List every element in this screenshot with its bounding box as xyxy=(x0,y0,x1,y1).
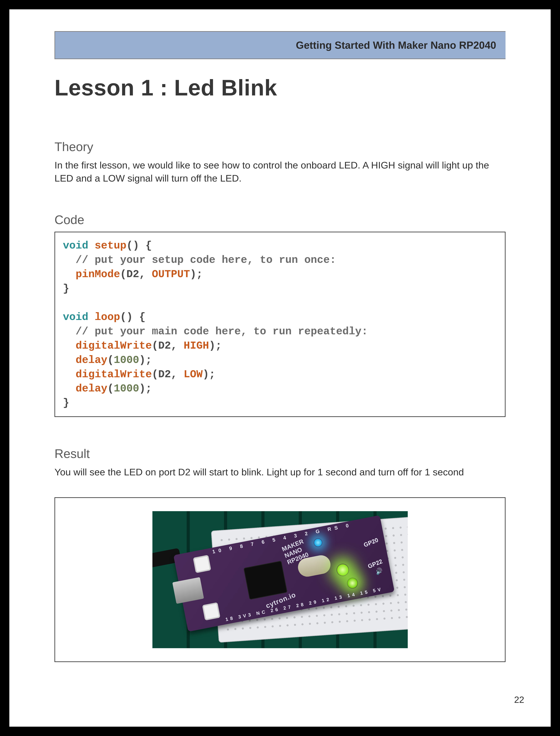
code-heading: Code xyxy=(54,213,506,227)
gp20-label: GP20 xyxy=(363,537,379,548)
code-punct: ( xyxy=(152,340,158,352)
code-punct: , xyxy=(171,368,184,380)
result-text: You will see the LED on port D2 will sta… xyxy=(54,466,506,479)
code-punct: ( xyxy=(120,268,126,280)
reset-button-icon xyxy=(193,555,211,573)
code-comment: // put your setup code here, to run once… xyxy=(63,254,336,266)
code-const: HIGH xyxy=(184,340,209,352)
code-punct: ); xyxy=(190,268,203,280)
code-punct: , xyxy=(171,340,184,352)
code-punct: ( xyxy=(152,368,158,380)
status-led-icon xyxy=(313,538,323,548)
code-fn: delay xyxy=(76,383,107,395)
lesson-title: Lesson 1 : Led Blink xyxy=(54,75,506,101)
code-arg: D2 xyxy=(126,268,139,280)
code-fn: setup xyxy=(95,240,126,252)
code-punct: , xyxy=(139,268,152,280)
code-fn: pinMode xyxy=(76,268,120,280)
header-banner: Getting Started With Maker Nano RP2040 xyxy=(54,31,506,59)
code-punct: () { xyxy=(126,240,152,252)
code-num: 1000 xyxy=(114,354,139,366)
code-brace: } xyxy=(63,283,69,295)
rp2040-chip-icon xyxy=(244,561,287,599)
code-block: void setup() { // put your setup code he… xyxy=(54,232,506,417)
code-punct: ( xyxy=(107,383,114,395)
banner-title: Getting Started With Maker Nano RP2040 xyxy=(296,39,496,51)
code-punct: ); xyxy=(139,354,152,366)
code-kw: void xyxy=(63,311,88,323)
rgb-led-icon xyxy=(335,563,350,577)
result-image-frame: 10 9 8 7 6 5 4 3 2 G RS 0 18 3V3 NC 26 2… xyxy=(54,497,506,662)
theory-heading: Theory xyxy=(54,140,506,154)
code-comment: // put your main code here, to run repea… xyxy=(63,325,368,337)
code-arg: D2 xyxy=(158,340,171,352)
code-const: OUTPUT xyxy=(152,268,190,280)
code-fn: loop xyxy=(95,311,120,323)
code-num: 1000 xyxy=(114,383,139,395)
code-kw: void xyxy=(63,240,88,252)
code-punct: ( xyxy=(107,354,114,366)
code-const: LOW xyxy=(184,368,203,380)
theory-text: In the first lesson, we would like to se… xyxy=(54,159,506,185)
code-punct: ); xyxy=(203,368,215,380)
speaker-icon: 🔊 xyxy=(374,567,383,576)
code-fn: digitalWrite xyxy=(76,368,152,380)
code-punct: ); xyxy=(209,340,222,352)
page-frame: Getting Started With Maker Nano RP2040 L… xyxy=(0,0,560,736)
code-punct: () { xyxy=(120,311,145,323)
code-brace: } xyxy=(63,397,69,409)
code-punct: ); xyxy=(139,383,152,395)
board-photo: 10 9 8 7 6 5 4 3 2 G RS 0 18 3V3 NC 26 2… xyxy=(152,511,408,648)
result-heading: Result xyxy=(54,447,506,461)
boot-button-icon xyxy=(202,602,220,620)
rgb-led-icon xyxy=(346,577,359,589)
code-fn: delay xyxy=(76,354,107,366)
page-number: 22 xyxy=(514,694,524,705)
page: Getting Started With Maker Nano RP2040 L… xyxy=(9,9,551,727)
code-fn: digitalWrite xyxy=(76,340,152,352)
code-arg: D2 xyxy=(158,368,171,380)
